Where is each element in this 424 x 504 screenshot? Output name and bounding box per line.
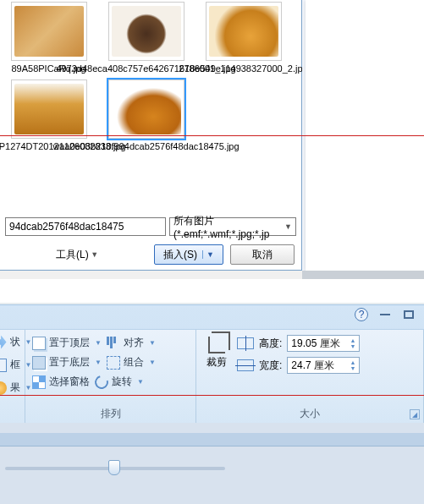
annotation-line — [0, 395, 424, 396]
crop-button[interactable]: 裁剪 — [203, 335, 230, 374]
ruler-area — [0, 423, 424, 504]
rotate-label: 旋转 — [112, 375, 132, 389]
thumbnail-item-selected[interactable]: waa0e03b210f994dcab2576f48dac18475.jpg — [106, 79, 186, 152]
window-controls: ? — [353, 307, 417, 322]
selection-pane-label: 选择窗格 — [49, 375, 90, 389]
cancel-button-label: 取消 — [252, 248, 273, 262]
page-gap — [302, 271, 424, 279]
thumbnail-row-2: U9106P1274DT20121126082833.jpg waa0e03b2… — [8, 79, 296, 152]
align-button[interactable]: 对齐▼ — [107, 336, 156, 350]
align-icon — [107, 337, 120, 350]
help-icon[interactable]: ? — [353, 307, 370, 322]
height-value: 19.05 厘米 — [291, 337, 339, 351]
thumbnail-item[interactable]: 4973d48eca408c757e642671618e549e.jpg — [106, 2, 186, 74]
partial-label: 框 — [10, 358, 20, 372]
send-to-back-button[interactable]: 置于底层▼ — [32, 355, 102, 370]
chevron-down-icon: ▼ — [137, 378, 144, 386]
shapes-icon — [0, 336, 7, 349]
height-row: 高度: 19.05 厘米 ▲▼ — [237, 335, 360, 352]
tools-dropdown[interactable]: 工具(L) ▼ — [7, 248, 98, 262]
rotate-icon — [92, 373, 111, 392]
selection-pane-icon — [32, 375, 46, 389]
ribbon: ? 状▼ 框▼ 果▼ 置于顶层▼ 对齐▼ 置于底层▼ 组合▼ 选择窗格 旋转▼ … — [0, 304, 424, 423]
effects-icon — [0, 381, 7, 395]
bring-front-label: 置于顶层 — [49, 336, 90, 350]
cancel-button[interactable]: 取消 — [230, 244, 295, 265]
chevron-down-icon: ▼ — [284, 222, 292, 231]
chevron-down-icon: ▼ — [89, 250, 98, 259]
mid-gap — [0, 279, 424, 304]
height-icon — [237, 337, 254, 349]
height-label: 高度: — [259, 337, 282, 351]
partial-label: 状 — [10, 335, 20, 349]
width-label: 宽度: — [259, 359, 282, 373]
bring-front-icon — [32, 337, 46, 350]
group-title-arrange: 排列 — [25, 407, 195, 421]
partial-label: 果 — [10, 381, 20, 395]
ribbon-body: 状▼ 框▼ 果▼ 置于顶层▼ 对齐▼ 置于底层▼ 组合▼ 选择窗格 旋转▼ 排列 — [0, 329, 424, 423]
spinner-icon[interactable]: ▲▼ — [350, 337, 355, 349]
insert-button[interactable]: 插入(S) ▼ — [154, 244, 223, 265]
slider-thumb[interactable] — [108, 460, 120, 475]
crop-icon — [208, 337, 225, 353]
filename-input[interactable] — [5, 217, 166, 236]
horizontal-ruler[interactable] — [0, 433, 424, 446]
width-row: 宽度: 24.7 厘米 ▲▼ — [237, 357, 360, 374]
minimize-icon[interactable] — [377, 307, 394, 322]
dialog-button-row: 工具(L) ▼ 插入(S) ▼ 取消 — [0, 244, 301, 265]
thumbnail-item[interactable]: 2786001_114938327000_2.jpg — [203, 2, 284, 74]
filename-row: 所有图片(*.emf;*.wmf;*.jpg;*.jp ▼ — [0, 216, 301, 238]
chevron-down-icon: ▼ — [149, 359, 156, 366]
chevron-down-icon: ▼ — [95, 359, 102, 366]
width-value: 24.7 厘米 — [291, 359, 334, 373]
spinner-icon[interactable]: ▲▼ — [350, 359, 355, 371]
group-button[interactable]: 组合▼ — [107, 355, 156, 370]
ribbon-group-arrange: 置于顶层▼ 对齐▼ 置于底层▼ 组合▼ 选择窗格 旋转▼ 排列 — [25, 330, 196, 423]
selection-pane-button[interactable]: 选择窗格 — [32, 375, 90, 389]
width-icon — [237, 359, 254, 371]
document-area — [302, 0, 424, 279]
group-icon — [107, 356, 120, 370]
thumbnail-filename: waa0e03b210f994dcab2576f48dac18475.jpg — [52, 141, 239, 152]
filetype-filter-text: 所有图片(*.emf;*.wmf;*.jpg;*.jp — [173, 214, 284, 240]
insert-split-arrow[interactable]: ▼ — [202, 250, 218, 259]
width-input[interactable]: 24.7 厘米 ▲▼ — [287, 357, 360, 374]
ribbon-group-size: 裁剪 高度: 19.05 厘米 ▲▼ 宽度: — [196, 330, 424, 423]
chevron-down-icon: ▼ — [95, 339, 102, 347]
maximize-icon[interactable] — [400, 307, 417, 322]
thumbnail-row-1: 89A58PICaRq.jpg 4973d48eca408c757e642671… — [8, 2, 296, 74]
height-input[interactable]: 19.05 厘米 ▲▼ — [287, 335, 360, 352]
frame-icon — [0, 359, 7, 372]
bring-to-front-button[interactable]: 置于顶层▼ — [32, 336, 102, 350]
thumbnail-filename: 2786001_114938327000_2.jpg — [179, 63, 307, 74]
group-label: 组合 — [124, 355, 144, 370]
send-back-label: 置于底层 — [49, 355, 90, 370]
chevron-down-icon: ▼ — [149, 339, 156, 347]
insert-button-label: 插入(S) — [163, 248, 197, 262]
annotation-line — [0, 135, 424, 136]
group-title-size: 大小 — [196, 407, 423, 421]
rotate-button[interactable]: 旋转▼ — [95, 375, 144, 389]
send-back-icon — [32, 356, 46, 370]
filetype-filter[interactable]: 所有图片(*.emf;*.wmf;*.jpg;*.jp ▼ — [169, 217, 296, 236]
align-label: 对齐 — [124, 336, 144, 350]
crop-label: 裁剪 — [206, 355, 227, 370]
tools-label: 工具(L) — [56, 248, 89, 262]
ribbon-group-partial: 状▼ 框▼ 果▼ — [0, 330, 25, 423]
dialog-launcher-icon[interactable]: ◢ — [410, 409, 420, 419]
